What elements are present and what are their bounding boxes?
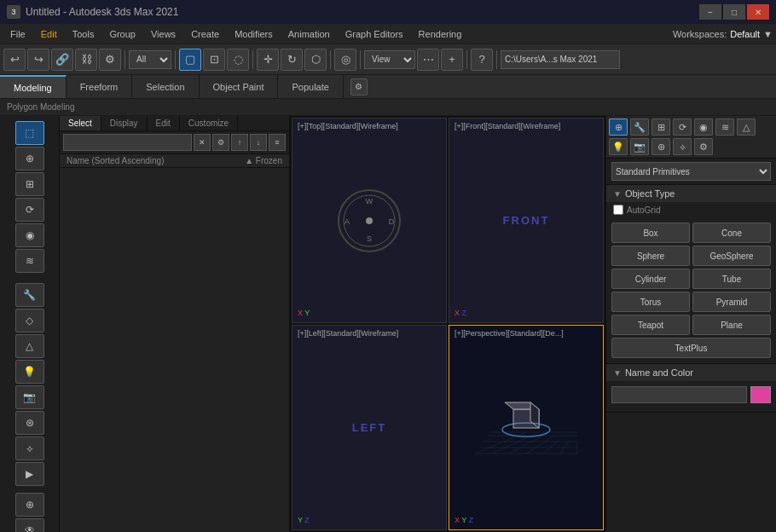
rp-shapes-btn[interactable]: △	[737, 119, 756, 136]
rp-warp-btn[interactable]: ⟡	[673, 138, 692, 155]
sep4	[330, 50, 331, 69]
rp-extra-btn[interactable]: ⚙	[694, 138, 713, 155]
rp-display-btn[interactable]: ◉	[694, 119, 713, 136]
menu-modifiers[interactable]: Modifiers	[228, 27, 280, 41]
object-type-header[interactable]: ▼ Object Type	[606, 185, 776, 202]
tool-hierarchy[interactable]: ⊞	[15, 172, 44, 196]
sort-desc-button[interactable]: ↓	[250, 134, 267, 151]
obj-textplus-btn[interactable]: TextPlus	[611, 338, 771, 358]
snap2-button[interactable]: +	[441, 49, 463, 71]
close-button[interactable]: ✕	[747, 4, 769, 20]
snap-button[interactable]: ⋯	[417, 49, 439, 71]
region-select-button[interactable]: ⊡	[203, 49, 225, 71]
lasso-button[interactable]: ◌	[227, 49, 249, 71]
tab-settings-button[interactable]: ⚙	[350, 78, 368, 95]
tab-selection[interactable]: Selection	[132, 75, 199, 98]
view-options-button[interactable]: ≡	[269, 134, 286, 151]
menu-rendering[interactable]: Rendering	[412, 27, 469, 41]
link-button[interactable]: 🔗	[51, 49, 73, 71]
tool-display[interactable]: ◉	[15, 223, 44, 247]
tab-populate[interactable]: Populate	[278, 75, 343, 98]
tool-create[interactable]: ⊕	[15, 147, 44, 171]
viewport-left[interactable]: [+][Left][Standard][Wireframe] LEFT Y Z	[292, 325, 447, 530]
autogrid-checkbox[interactable]	[613, 205, 623, 215]
menu-file[interactable]: File	[3, 27, 32, 41]
rp-modify-btn[interactable]: 🔧	[630, 119, 649, 136]
menu-create[interactable]: Create	[184, 27, 226, 41]
tab-freeform[interactable]: Freeform	[67, 75, 133, 98]
rp-dropdown: Standard Primitives Extended Primitives …	[606, 159, 776, 185]
primitives-select[interactable]: Standard Primitives Extended Primitives …	[611, 162, 771, 181]
tool-lights[interactable]: 💡	[15, 360, 44, 384]
tool-modifier[interactable]: 🔧	[15, 283, 44, 307]
undo-button[interactable]: ↩	[3, 49, 26, 71]
color-swatch[interactable]	[750, 386, 771, 403]
tool-spacewarps[interactable]: ⟡	[15, 437, 44, 460]
rp-utilities-btn[interactable]: ≋	[715, 119, 734, 136]
obj-sphere-btn[interactable]: Sphere	[611, 246, 690, 266]
menu-edit[interactable]: Edit	[34, 27, 64, 41]
view-select[interactable]: View	[364, 50, 415, 69]
layer-button[interactable]: ?	[471, 49, 493, 71]
tool-camera[interactable]: 📷	[15, 385, 44, 409]
sort-asc-button[interactable]: ↑	[231, 134, 248, 151]
object-name-input[interactable]	[611, 386, 747, 403]
navigate-button[interactable]: ⊕	[15, 493, 44, 517]
viewport-front[interactable]: [+][Front][Standard][Wireframe] FRONT X …	[449, 118, 604, 323]
rp-motion-btn[interactable]: ⟳	[673, 119, 692, 136]
path-input[interactable]	[501, 50, 620, 69]
tab-object-paint[interactable]: Object Paint	[200, 75, 279, 98]
perspective-scene	[458, 385, 594, 471]
obj-cone-btn[interactable]: Cone	[692, 223, 771, 243]
tool-motion[interactable]: ⟳	[15, 198, 44, 222]
clear-search-button[interactable]: ✕	[194, 134, 211, 151]
name-color-header[interactable]: ▼ Name and Color	[606, 364, 776, 381]
tool-animation[interactable]: ▶	[15, 462, 44, 486]
eye-button[interactable]: 👁	[15, 518, 44, 532]
tool-helpers[interactable]: ⊛	[15, 411, 44, 435]
obj-geosphere-btn[interactable]: GeoSphere	[692, 246, 771, 266]
rp-hierarchy-btn[interactable]: ⊞	[651, 119, 670, 136]
tool-shapes[interactable]: △	[15, 334, 44, 358]
rp-camera-btn[interactable]: 📷	[630, 138, 649, 155]
menu-group[interactable]: Group	[102, 27, 142, 41]
filter-button[interactable]: ⚙	[212, 134, 229, 151]
ptab-select[interactable]: Select	[60, 116, 101, 130]
reference-button[interactable]: ◎	[334, 49, 356, 71]
bind-button[interactable]: ⚙	[99, 49, 121, 71]
toolbar: ↩ ↪ 🔗 ⛓ ⚙ All ▢ ⊡ ◌ ✛ ↻ ⬡ ◎ View ⋯ + ?	[0, 44, 776, 75]
obj-plane-btn[interactable]: Plane	[692, 315, 771, 335]
tab-modeling[interactable]: Modeling	[0, 75, 67, 98]
redo-button[interactable]: ↪	[27, 49, 49, 71]
rp-lights-btn[interactable]: 💡	[609, 138, 628, 155]
obj-tube-btn[interactable]: Tube	[692, 269, 771, 289]
scale-button[interactable]: ⬡	[304, 49, 327, 71]
search-input[interactable]	[63, 134, 192, 151]
obj-torus-btn[interactable]: Torus	[611, 292, 690, 312]
tool-select[interactable]: ⬚	[15, 121, 44, 145]
maximize-button[interactable]: □	[723, 4, 745, 20]
select-button[interactable]: ▢	[179, 49, 201, 71]
obj-pyramid-btn[interactable]: Pyramid	[692, 292, 771, 312]
viewport-perspective[interactable]: [+][Perspective][Standard][De...]	[449, 325, 604, 530]
obj-box-btn[interactable]: Box	[611, 223, 690, 243]
ptab-display[interactable]: Display	[101, 116, 148, 130]
rp-helper-btn[interactable]: ⊛	[651, 138, 670, 155]
move-button[interactable]: ✛	[257, 49, 279, 71]
obj-cylinder-btn[interactable]: Cylinder	[611, 269, 690, 289]
unlink-button[interactable]: ⛓	[75, 49, 97, 71]
ptab-customize[interactable]: Customize	[180, 116, 238, 130]
rp-create-btn[interactable]: ⊕	[609, 119, 628, 136]
tool-paint[interactable]: ◇	[15, 309, 44, 332]
filter-select[interactable]: All	[129, 50, 171, 69]
menu-tools[interactable]: Tools	[66, 27, 101, 41]
obj-teapot-btn[interactable]: Teapot	[611, 315, 690, 335]
menu-views[interactable]: Views	[144, 27, 182, 41]
menu-graph-editors[interactable]: Graph Editors	[339, 27, 410, 41]
viewport-top[interactable]: [+][Top][Standard][Wireframe] W S A D X …	[292, 118, 447, 323]
ptab-edit[interactable]: Edit	[148, 116, 180, 130]
rotate-button[interactable]: ↻	[281, 49, 303, 71]
minimize-button[interactable]: −	[699, 4, 721, 20]
tool-utilities[interactable]: ≋	[15, 249, 44, 273]
menu-animation[interactable]: Animation	[281, 27, 337, 41]
